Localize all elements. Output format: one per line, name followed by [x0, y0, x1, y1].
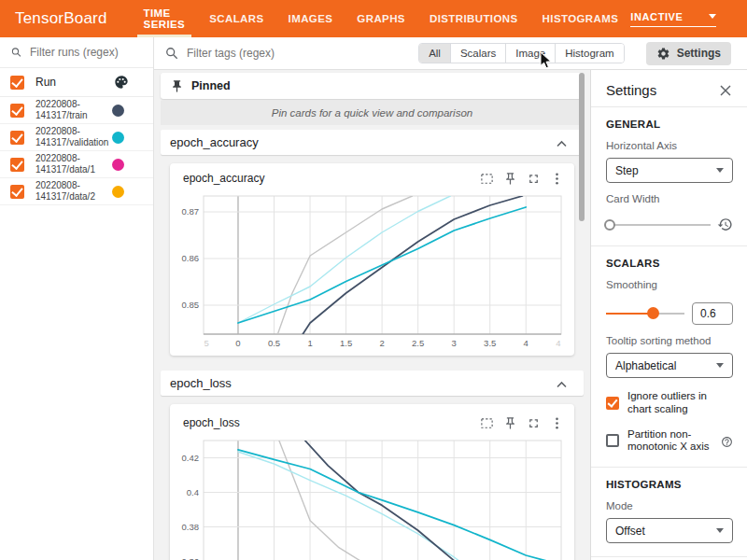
settings-section-histograms: HISTOGRAMS Mode Offset [591, 468, 747, 557]
chevron-down-icon [716, 168, 724, 173]
scalar-card-epoch-accuracy: epoch_accuracy 500.511.522.533.5440.850.… [170, 163, 574, 356]
run-row: 20220808-141317/validation [0, 124, 153, 151]
settings-section-scalars: SCALARS Smoothing 0.6 Tooltip sorting me… [591, 246, 747, 468]
histogram-mode-select[interactable]: Offset [606, 518, 733, 543]
tab-images[interactable]: IMAGES [276, 0, 345, 37]
chevron-down-icon [716, 528, 724, 533]
reset-icon[interactable] [717, 217, 733, 232]
epoch-accuracy-chart[interactable]: 500.511.522.533.5440.850.860.87 [176, 191, 569, 350]
svg-text:4: 4 [524, 338, 529, 348]
ignore-outliers-checkbox[interactable] [606, 397, 619, 410]
tab-histograms[interactable]: HISTOGRAMS [530, 0, 631, 37]
run-row: 20220808-141317/data/1 [0, 151, 153, 178]
tab-distributions[interactable]: DISTRIBUTIONS [417, 0, 530, 37]
chevron-down-icon [709, 14, 716, 19]
vertical-scrollbar[interactable] [579, 73, 585, 221]
app-header: TensorBoard TIME SERIES SCALARS IMAGES G… [0, 0, 747, 37]
card-width-slider[interactable] [606, 224, 711, 226]
partition-x-axis-checkbox[interactable] [606, 434, 619, 447]
pinned-header: Pinned [161, 73, 584, 99]
app-logo: TensorBoard [15, 9, 107, 28]
filter-runs-input[interactable] [30, 46, 142, 59]
fullscreen-icon[interactable] [522, 167, 545, 189]
slider-knob[interactable] [647, 307, 659, 319]
section-header-epoch-accuracy[interactable]: epoch_accuracy [161, 130, 584, 155]
runs-list-header: Run [0, 68, 153, 97]
tags-toolbar: All Scalars Image Histogram Settings [154, 37, 747, 70]
svg-text:0.85: 0.85 [182, 300, 200, 310]
search-icon [11, 46, 21, 59]
filter-chip-scalars[interactable]: Scalars [450, 44, 505, 63]
fit-domain-icon[interactable] [475, 412, 499, 434]
fit-domain-icon[interactable] [475, 167, 499, 189]
run-checkbox[interactable] [10, 104, 24, 118]
pinned-empty-message: Pin cards for a quick view and compariso… [161, 101, 584, 125]
filter-tags-box [154, 47, 418, 60]
svg-text:0.5: 0.5 [268, 338, 280, 348]
svg-text:0: 0 [235, 338, 240, 348]
fullscreen-icon[interactable] [522, 412, 545, 434]
settings-panel-title: Settings [606, 82, 656, 98]
svg-text:0.38: 0.38 [182, 522, 200, 532]
run-checkbox[interactable] [10, 185, 24, 199]
scalar-card-epoch-loss: epoch_loss 500.511.522.533.5440.360.380.… [170, 404, 574, 560]
svg-text:0.4: 0.4 [187, 487, 199, 497]
run-color-dot [112, 132, 124, 144]
chevron-down-icon [716, 363, 724, 368]
smoothing-value-input[interactable]: 0.6 [692, 302, 733, 325]
tab-scalars[interactable]: SCALARS [197, 0, 275, 37]
tooltip-sorting-select[interactable]: Alphabetical [606, 353, 733, 378]
svg-text:1.5: 1.5 [340, 338, 352, 348]
close-icon[interactable] [719, 84, 732, 97]
horizontal-axis-select[interactable]: Step [606, 158, 733, 183]
run-row: 20220808-141317/data/2 [0, 178, 153, 205]
nav-tabs: TIME SERIES SCALARS IMAGES GRAPHS DISTRI… [132, 0, 631, 37]
section-header-epoch-loss[interactable]: epoch_loss [161, 371, 584, 396]
smoothing-slider[interactable] [606, 313, 684, 315]
svg-text:2: 2 [379, 338, 384, 348]
filter-chip-image[interactable]: Image [505, 44, 555, 63]
svg-text:1: 1 [307, 338, 312, 348]
filter-tags-input[interactable] [187, 47, 392, 60]
header-actions: INACTIVE [630, 10, 747, 27]
pin-icon [170, 79, 184, 93]
more-menu-icon[interactable] [545, 167, 569, 189]
run-checkbox[interactable] [10, 131, 24, 145]
tab-graphs[interactable]: GRAPHS [345, 0, 417, 37]
settings-button[interactable]: Settings [646, 42, 731, 65]
svg-text:0.36: 0.36 [182, 556, 200, 560]
epoch-loss-chart[interactable]: 500.511.522.533.5440.360.380.40.42 [176, 436, 569, 560]
svg-text:0.42: 0.42 [182, 453, 200, 463]
svg-text:0.87: 0.87 [182, 206, 200, 217]
chevron-up-icon [557, 134, 567, 151]
run-row: 20220808-141317/train [0, 97, 153, 124]
run-color-dot [112, 186, 124, 198]
select-all-runs-checkbox[interactable] [10, 76, 24, 90]
svg-text:3: 3 [452, 338, 457, 348]
help-icon[interactable] [721, 435, 733, 447]
tab-time-series[interactable]: TIME SERIES [132, 0, 198, 37]
svg-text:2.5: 2.5 [412, 338, 424, 348]
slider-knob[interactable] [604, 219, 615, 231]
runs-column-label: Run [35, 76, 56, 89]
pin-card-icon[interactable] [499, 412, 522, 434]
cards-area: Pinned Pin cards for a quick view and co… [154, 70, 590, 560]
filter-runs-box [0, 37, 153, 68]
runs-sidebar: Run 20220808-141317/train 20220808-14131… [0, 37, 154, 560]
svg-text:3.5: 3.5 [484, 338, 496, 348]
run-color-dot [112, 105, 124, 117]
pin-card-icon[interactable] [499, 167, 522, 189]
settings-section-general: GENERAL Horizontal Axis Step Card Width [591, 107, 747, 246]
run-checkbox[interactable] [10, 158, 24, 172]
reload-status-selector[interactable]: INACTIVE [630, 11, 716, 27]
chevron-up-icon [557, 375, 567, 392]
gear-icon [656, 47, 670, 61]
tag-type-filter-group: All Scalars Image Histogram [418, 43, 625, 63]
svg-text:4: 4 [556, 338, 560, 348]
more-menu-icon[interactable] [545, 412, 569, 434]
search-icon [165, 47, 178, 60]
filter-chip-all[interactable]: All [419, 44, 450, 63]
filter-chip-histogram[interactable]: Histogram [555, 44, 623, 63]
run-color-dot [112, 159, 124, 171]
palette-icon [114, 75, 129, 90]
